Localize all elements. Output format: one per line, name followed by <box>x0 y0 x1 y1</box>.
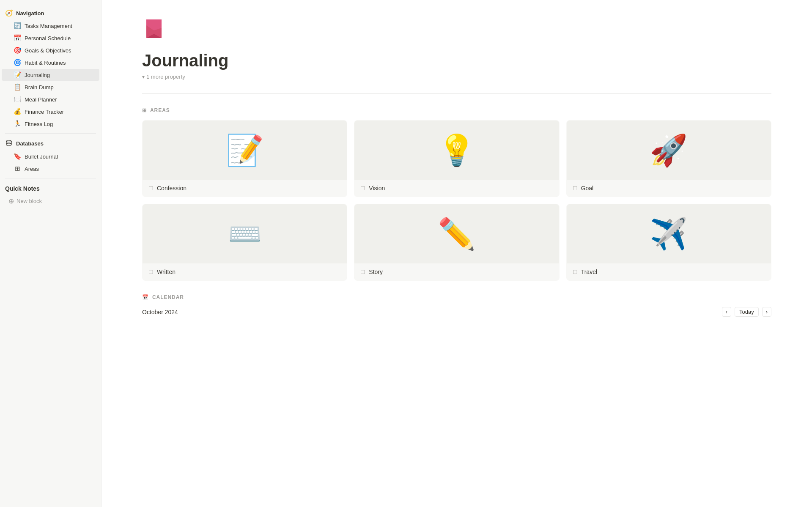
navigation-icon: 🧭 <box>5 9 13 17</box>
sidebar-item-label: Habit & Routines <box>25 60 66 66</box>
databases-icon <box>5 140 13 148</box>
card-written-footer: ☐ Written <box>143 263 347 280</box>
card-story-label: Story <box>369 269 383 275</box>
sidebar-item-label: Personal Schedule <box>25 35 71 41</box>
calendar-header-row: October 2024 ‹ Today › <box>142 307 771 317</box>
card-vision-page-icon: ☐ <box>360 185 365 192</box>
areas-section: ⊞ AREAS 📝 ☐ Confession 💡 ☐ <box>142 107 771 281</box>
card-travel[interactable]: ✈️ ☐ Travel <box>566 204 771 281</box>
sidebar-item-bullet-journal[interactable]: 🔖 Bullet Journal <box>2 151 99 162</box>
sidebar: 🧭 Navigation 🔄 Tasks Management 📅 Person… <box>0 0 102 507</box>
card-confession-page-icon: ☐ <box>148 185 154 192</box>
page-icon <box>142 17 771 44</box>
card-goal-footer: ☐ Goal <box>567 180 771 197</box>
areas-cards-grid: 📝 ☐ Confession 💡 ☐ Vision <box>142 120 771 281</box>
sidebar-item-meal-planner[interactable]: 🍽️ Meal Planner <box>2 93 99 105</box>
journaling-icon: 📝 <box>14 71 21 79</box>
calendar-icon: 📅 <box>142 294 149 300</box>
calendar-navigation: ‹ Today › <box>722 307 771 317</box>
sidebar-item-label: Goals & Objectives <box>25 47 71 54</box>
sidebar-item-brain-dump[interactable]: 📋 Brain Dump <box>2 81 99 93</box>
areas-section-header: ⊞ AREAS <box>142 107 771 113</box>
areas-grid-icon: ⊞ <box>142 107 147 113</box>
card-confession-footer: ☐ Confession <box>143 180 347 197</box>
page-divider <box>142 93 771 94</box>
sidebar-item-journaling[interactable]: 📝 Journaling <box>2 69 99 81</box>
bullet-journal-icon: 🔖 <box>14 153 21 160</box>
calendar-section-header: 📅 CALENDAR <box>142 294 771 300</box>
card-written-label: Written <box>157 269 176 275</box>
more-property-toggle[interactable]: ▾ 1 more property <box>142 74 771 80</box>
brain-dump-icon: 📋 <box>14 83 21 91</box>
more-property-label: 1 more property <box>146 74 185 80</box>
card-written-page-icon: ☐ <box>148 269 154 275</box>
personal-schedule-icon: 📅 <box>14 34 21 42</box>
card-written-emoji: ⌨️ <box>143 204 347 263</box>
areas-icon: ⊞ <box>14 165 21 173</box>
sidebar-item-personal-schedule[interactable]: 📅 Personal Schedule <box>2 32 99 44</box>
card-confession-label: Confession <box>157 185 187 192</box>
finance-tracker-icon: 💰 <box>14 108 21 115</box>
fitness-log-icon: 🏃 <box>14 120 21 128</box>
calendar-next-button[interactable]: › <box>762 307 771 317</box>
new-block-button[interactable]: ⊕ New block <box>5 195 96 207</box>
navigation-label: Navigation <box>16 10 44 16</box>
calendar-prev-button[interactable]: ‹ <box>722 307 731 317</box>
card-travel-emoji: ✈️ <box>567 204 771 263</box>
goals-objectives-icon: 🎯 <box>14 47 21 54</box>
card-goal[interactable]: 🚀 ☐ Goal <box>566 120 771 197</box>
sidebar-item-label: Tasks Management <box>25 23 72 29</box>
card-story-page-icon: ☐ <box>360 269 365 275</box>
navigation-section: 🧭 Navigation 🔄 Tasks Management 📅 Person… <box>0 7 101 130</box>
sidebar-item-fitness-log[interactable]: 🏃 Fitness Log <box>2 118 99 130</box>
sidebar-item-label: Fitness Log <box>25 121 53 127</box>
card-travel-footer: ☐ Travel <box>567 263 771 280</box>
sidebar-item-goals-objectives[interactable]: 🎯 Goals & Objectives <box>2 44 99 56</box>
databases-label: Databases <box>16 140 44 147</box>
navigation-header: 🧭 Navigation <box>0 7 101 19</box>
chevron-down-icon: ▾ <box>142 74 145 80</box>
card-travel-page-icon: ☐ <box>573 269 578 275</box>
svg-point-0 <box>6 140 11 142</box>
sidebar-item-habit-routines[interactable]: 🌀 Habit & Routines <box>2 57 99 69</box>
sidebar-item-areas[interactable]: ⊞ Areas <box>2 163 99 175</box>
quick-notes-section: Quick Notes ⊕ New block <box>0 182 101 210</box>
sidebar-item-label: Areas <box>25 166 39 172</box>
sidebar-item-label: Finance Tracker <box>25 109 64 115</box>
card-vision[interactable]: 💡 ☐ Vision <box>354 120 559 197</box>
main-content: Journaling ▾ 1 more property ⊞ AREAS 📝 ☐… <box>102 0 812 507</box>
card-confession[interactable]: 📝 ☐ Confession <box>142 120 347 197</box>
meal-planner-icon: 🍽️ <box>14 96 21 103</box>
tasks-management-icon: 🔄 <box>14 22 21 30</box>
sidebar-divider <box>5 133 96 134</box>
card-story-emoji: ✏️ <box>354 204 559 263</box>
card-story[interactable]: ✏️ ☐ Story <box>354 204 559 281</box>
areas-label: AREAS <box>150 107 170 113</box>
sidebar-item-label: Meal Planner <box>25 96 57 103</box>
card-confession-emoji: 📝 <box>143 121 347 180</box>
sidebar-item-tasks-management[interactable]: 🔄 Tasks Management <box>2 20 99 32</box>
card-travel-label: Travel <box>581 269 597 275</box>
new-block-plus-icon: ⊕ <box>8 197 14 205</box>
card-goal-label: Goal <box>581 185 594 192</box>
calendar-month: October 2024 <box>142 309 178 315</box>
quick-notes-title: Quick Notes <box>5 185 96 192</box>
card-goal-emoji: 🚀 <box>567 121 771 180</box>
databases-header: Databases <box>0 137 101 150</box>
sidebar-divider-2 <box>5 178 96 178</box>
card-goal-page-icon: ☐ <box>573 185 578 192</box>
sidebar-item-label: Journaling <box>25 72 50 78</box>
sidebar-item-label: Brain Dump <box>25 84 54 90</box>
card-vision-emoji: 💡 <box>354 121 559 180</box>
habit-routines-icon: 🌀 <box>14 59 21 66</box>
calendar-label: CALENDAR <box>152 294 184 300</box>
card-vision-footer: ☐ Vision <box>354 180 559 197</box>
card-vision-label: Vision <box>369 185 385 192</box>
calendar-today-button[interactable]: Today <box>735 307 759 317</box>
card-written[interactable]: ⌨️ ☐ Written <box>142 204 347 281</box>
card-story-footer: ☐ Story <box>354 263 559 280</box>
sidebar-item-label: Bullet Journal <box>25 153 58 160</box>
databases-section: Databases 🔖 Bullet Journal ⊞ Areas <box>0 137 101 175</box>
sidebar-item-finance-tracker[interactable]: 💰 Finance Tracker <box>2 106 99 118</box>
new-block-label: New block <box>16 198 42 204</box>
